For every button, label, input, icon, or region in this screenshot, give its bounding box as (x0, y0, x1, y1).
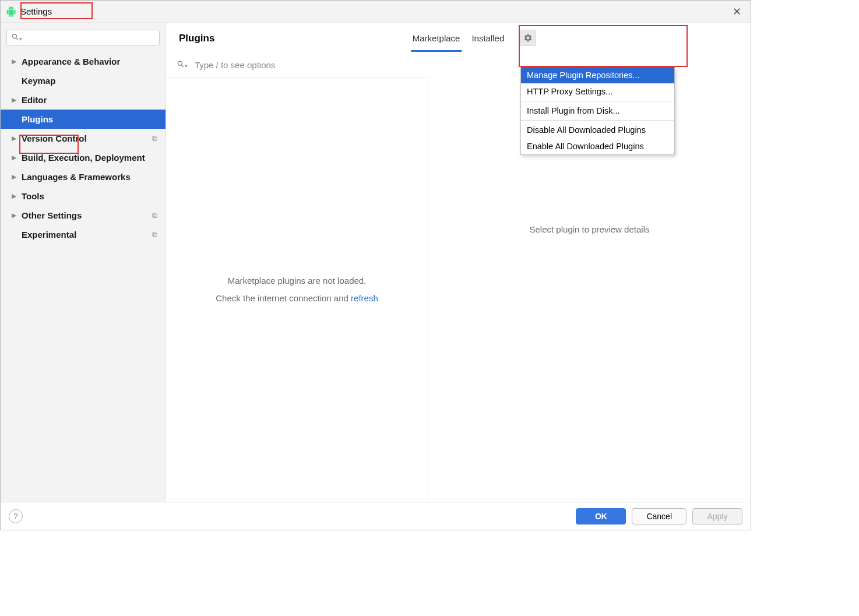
settings-tree: ▶ Appearance & Behavior ▶ Keymap ▶ Edito… (1, 52, 166, 244)
empty-text-line2: Check the internet connection and refres… (216, 290, 378, 307)
menu-item-disable-all[interactable]: Disable All Downloaded Plugins (521, 122, 674, 138)
tab-marketplace[interactable]: Marketplace (411, 25, 462, 52)
window-title: Settings (20, 6, 52, 16)
cancel-button[interactable]: Cancel (632, 508, 687, 525)
gear-dropdown-menu: Manage Plugin Repositories... HTTP Proxy… (520, 66, 675, 155)
chevron-right-icon: ▶ (10, 173, 18, 181)
dialog-button-bar: ? OK Cancel Apply (1, 502, 751, 530)
sidebar-item-label: Plugins (22, 114, 53, 124)
marketplace-empty-panel: Marketplace plugins are not loaded. Chec… (166, 78, 428, 502)
chevron-right-icon: ▶ (10, 58, 18, 66)
sidebar-item-label: Other Settings (22, 210, 82, 220)
search-icon: ▾ (177, 61, 190, 70)
close-button[interactable]: ✕ (728, 5, 746, 18)
chevron-right-icon: ▶ (10, 212, 18, 220)
refresh-link[interactable]: refresh (351, 293, 378, 303)
android-studio-icon (5, 6, 17, 17)
plugin-search-row[interactable]: ▾ Type / to see options (166, 54, 428, 78)
menu-separator (521, 101, 674, 101)
search-icon: ▾ (11, 33, 22, 43)
sidebar-item-languages[interactable]: ▶ Languages & Frameworks (1, 167, 166, 186)
ok-button[interactable]: OK (576, 508, 626, 525)
gear-button[interactable] (520, 30, 536, 46)
sidebar-item-keymap[interactable]: ▶ Keymap (1, 71, 166, 90)
scheme-icon: ⧉ (152, 211, 157, 220)
sidebar-item-plugins[interactable]: ▶ Plugins (1, 110, 166, 129)
chevron-right-icon: ▶ (10, 192, 18, 200)
sidebar-search-input[interactable] (6, 30, 160, 46)
main-area: ▾ ▶ Appearance & Behavior ▶ Keymap ▶ Edi… (1, 23, 751, 502)
sidebar-item-label: Version Control (22, 133, 87, 143)
chevron-right-icon: ▶ (10, 154, 18, 162)
menu-item-enable-all[interactable]: Enable All Downloaded Plugins (521, 138, 674, 154)
svg-point-0 (12, 34, 16, 38)
plugin-search-placeholder: Type / to see options (195, 60, 275, 70)
tab-installed[interactable]: Installed (470, 25, 506, 52)
settings-window: Settings ✕ ▾ ▶ Appearance & Behavior ▶ K… (0, 0, 751, 530)
sidebar-item-other[interactable]: ▶ Other Settings ⧉ (1, 206, 166, 225)
scheme-icon: ⧉ (152, 134, 157, 143)
annotation-box-gear (519, 25, 688, 67)
sidebar-item-build[interactable]: ▶ Build, Execution, Deployment (1, 148, 166, 167)
sidebar-item-label: Experimental (22, 230, 76, 240)
sidebar-search[interactable]: ▾ (6, 30, 160, 46)
sidebar-item-appearance[interactable]: ▶ Appearance & Behavior (1, 52, 166, 71)
sidebar-item-label: Build, Execution, Deployment (22, 153, 145, 163)
sidebar-item-experimental[interactable]: ▶ Experimental ⧉ (1, 225, 166, 244)
scheme-icon: ⧉ (152, 230, 157, 240)
sidebar-item-version-control[interactable]: ▶ Version Control ⧉ (1, 129, 166, 148)
menu-separator (521, 120, 674, 121)
sidebar-item-tools[interactable]: ▶ Tools (1, 186, 166, 206)
sidebar-item-label: Appearance & Behavior (22, 57, 120, 66)
sidebar-item-label: Languages & Frameworks (22, 172, 131, 182)
settings-sidebar: ▾ ▶ Appearance & Behavior ▶ Keymap ▶ Edi… (1, 23, 166, 502)
sidebar-item-label: Tools (22, 191, 44, 201)
content-header: Plugins Marketplace Installed (166, 23, 751, 54)
page-title: Plugins (179, 33, 214, 44)
svg-point-1 (178, 61, 182, 65)
apply-button[interactable]: Apply (692, 508, 742, 525)
menu-item-manage-repos[interactable]: Manage Plugin Repositories... (521, 67, 674, 83)
empty-text-line1: Marketplace plugins are not loaded. (228, 272, 367, 290)
content-panel: Plugins Marketplace Installed ▾ Type / t… (166, 23, 751, 502)
chevron-right-icon: ▶ (10, 135, 18, 143)
help-button[interactable]: ? (9, 509, 23, 523)
sidebar-item-editor[interactable]: ▶ Editor (1, 90, 166, 110)
menu-item-install-disk[interactable]: Install Plugin from Disk... (521, 103, 674, 119)
plugin-tabs: Marketplace Installed (411, 25, 506, 52)
menu-item-http-proxy[interactable]: HTTP Proxy Settings... (521, 83, 674, 100)
preview-placeholder: Select plugin to preview details (530, 224, 650, 234)
chevron-right-icon: ▶ (10, 96, 18, 104)
sidebar-item-label: Keymap (22, 76, 55, 86)
sidebar-item-label: Editor (22, 95, 47, 105)
title-bar: Settings ✕ (1, 1, 751, 23)
